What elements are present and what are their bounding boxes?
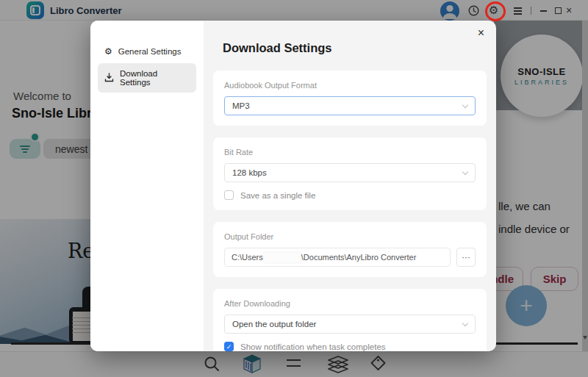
card-bit-rate: Bit Rate 128 kbps Save as a single file <box>213 137 487 210</box>
browse-folder-button[interactable]: ··· <box>456 248 476 267</box>
bitrate-select[interactable]: 128 kbps <box>224 163 476 182</box>
single-file-checkbox-row: Save as a single file <box>224 190 476 200</box>
settings-cards: Audiobook Output Format MP3 Bit Rate 128… <box>213 71 487 351</box>
sidebar-item-general-settings[interactable]: ⚙ General Settings <box>98 41 196 62</box>
redacted-username <box>264 253 301 262</box>
sidebar-item-label: Download Settings <box>120 69 190 87</box>
general-settings-icon: ⚙ <box>104 47 112 56</box>
notification-checkbox[interactable]: ✓ <box>224 342 234 351</box>
output-folder-input[interactable]: C:\Users\Documents\AnyLibro Converter <box>224 248 451 267</box>
path-suffix: \Documents\AnyLibro Converter <box>301 253 417 262</box>
path-prefix: C:\Users <box>232 253 263 262</box>
settings-modal: ⚙ General Settings Download Settings × D… <box>90 21 496 351</box>
chevron-down-icon <box>462 101 468 107</box>
single-file-checkbox[interactable] <box>224 190 234 200</box>
card-output-folder: Output Folder C:\Users\Documents\AnyLibr… <box>213 222 487 277</box>
after-downloading-select[interactable]: Open the output folder <box>224 315 476 334</box>
sidebar-item-label: General Settings <box>118 47 182 56</box>
bitrate-value: 128 kbps <box>232 168 267 177</box>
card-output-format: Audiobook Output Format MP3 <box>213 71 487 126</box>
single-file-label: Save as a single file <box>240 191 315 200</box>
notification-checkbox-row: ✓ Show notification when task completes <box>224 342 476 351</box>
panel-title: Download Settings <box>223 41 332 55</box>
bitrate-label: Bit Rate <box>224 148 476 157</box>
output-folder-label: Output Folder <box>224 232 476 241</box>
notification-label: Show notification when task completes <box>240 342 386 351</box>
app-window: Libro Converter ⚙ × Welcome to Sno-Isle … <box>0 0 588 377</box>
chevron-down-icon <box>462 320 468 326</box>
settings-panel: × Download Settings Audiobook Output For… <box>204 21 496 351</box>
format-label: Audiobook Output Format <box>224 81 476 90</box>
format-select[interactable]: MP3 <box>224 96 476 115</box>
format-value: MP3 <box>232 101 250 110</box>
modal-close-icon[interactable]: × <box>478 26 484 40</box>
annotation-red-circle <box>485 1 506 21</box>
sidebar-item-download-settings[interactable]: Download Settings <box>98 63 196 93</box>
card-after-downloading: After Downloading Open the output folder… <box>213 289 487 351</box>
after-downloading-label: After Downloading <box>224 299 476 308</box>
download-settings-icon <box>104 73 114 84</box>
chevron-down-icon <box>462 168 468 174</box>
settings-sidebar: ⚙ General Settings Download Settings <box>90 21 204 351</box>
after-downloading-value: Open the output folder <box>232 320 316 328</box>
